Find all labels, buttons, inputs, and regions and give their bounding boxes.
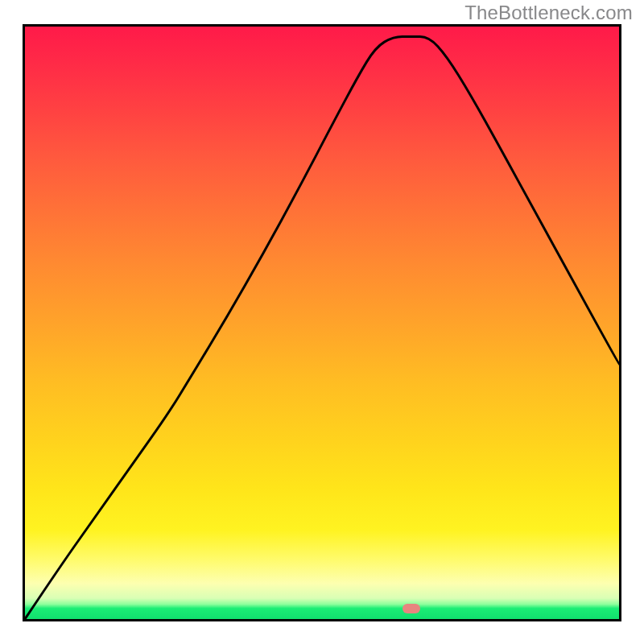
plot-area	[23, 24, 621, 621]
optimum-marker	[402, 604, 420, 613]
watermark-text: TheBottleneck.com	[464, 2, 633, 24]
chart-container: TheBottleneck.com	[0, 0, 644, 644]
curve-svg	[25, 27, 619, 619]
bottleneck-curve	[25, 36, 619, 619]
